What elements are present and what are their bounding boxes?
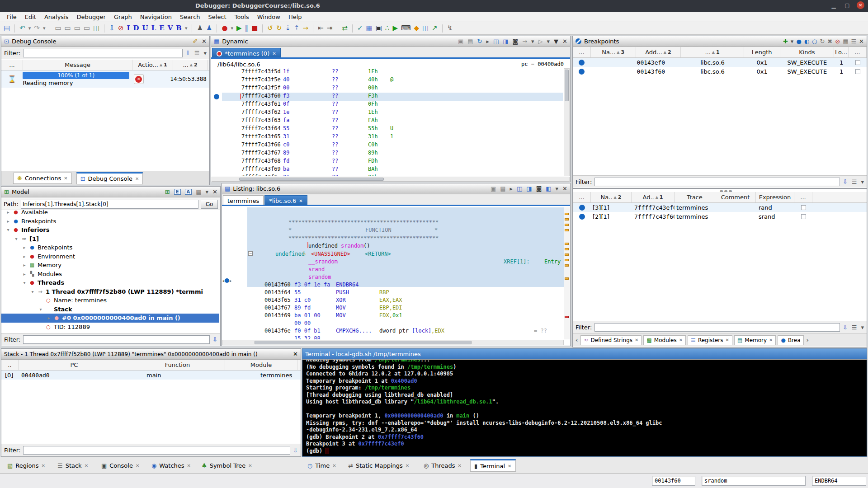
table-display-icon[interactable]: ▦ — [196, 189, 201, 195]
dynamic-hscrollbar[interactable] — [212, 177, 570, 182]
expand-chevron[interactable]: ▾ — [22, 280, 27, 285]
breakpoint-enabled-icon[interactable] — [579, 205, 585, 211]
bookmark-marker[interactable] — [565, 213, 569, 215]
column-header[interactable]: Na..▲2 — [591, 192, 632, 202]
column-header[interactable]: .. — [1, 360, 19, 370]
run-icon[interactable]: ▶ — [392, 25, 398, 32]
column-header[interactable]: Lo... — [834, 47, 849, 57]
breakpoint-row[interactable]: 00143f60libc.so.60x1SW_EXECUTE1 — [573, 67, 867, 76]
import-table-icon[interactable]: ◫ — [493, 38, 499, 44]
bookmark-marker[interactable] — [565, 259, 569, 261]
breakpoint-row[interactable]: 00143ef0libc.so.60x1SW_EXECUTE1 — [573, 58, 867, 67]
close-icon[interactable]: ✕ — [859, 38, 864, 44]
error-marker[interactable] — [565, 316, 569, 318]
marker-l-icon[interactable]: L — [151, 25, 156, 32]
refresh-icon[interactable]: ↻ — [477, 38, 482, 44]
plug-icon[interactable]: ↯ — [447, 25, 453, 32]
step-forward-icon[interactable]: ↻ — [276, 25, 282, 32]
stop-icon[interactable]: ■ — [251, 25, 258, 32]
tree-node[interactable]: ▸▚Modules — [1, 270, 219, 279]
script-icon[interactable]: ∴ — [385, 25, 390, 32]
bookmark-marker[interactable] — [565, 229, 569, 231]
keyboard-icon[interactable]: ⌨ — [401, 25, 411, 32]
marker-i-icon[interactable]: I — [127, 25, 130, 32]
close-tab-icon[interactable]: ✕ — [272, 51, 276, 56]
step-back-icon[interactable]: ↺ — [267, 25, 273, 32]
column-header[interactable]: Trace — [675, 192, 715, 202]
goto-icon[interactable]: → — [522, 38, 527, 44]
book-caret-icon[interactable]: ▾ — [556, 186, 559, 192]
goto-caret-icon[interactable]: ▾ — [531, 38, 534, 44]
collapse-icon[interactable]: ▼ — [554, 38, 558, 44]
tree-node[interactable]: ▸●#0 0x0000000000400ad0 in main () — [1, 314, 219, 323]
expand-chevron[interactable]: ▸ — [22, 263, 27, 267]
bookmark-marker[interactable] — [565, 253, 569, 256]
clear-icon[interactable]: ✖ — [827, 38, 832, 44]
elements-icon[interactable]: E — [174, 189, 181, 195]
undo-dropdown-icon[interactable]: ▾ — [28, 26, 31, 31]
close-tab-icon[interactable]: ✕ — [136, 463, 139, 468]
close-icon[interactable]: ✕ — [562, 38, 567, 44]
tree-node[interactable]: ▾●Threads — [1, 278, 219, 287]
tab-registers[interactable]: ☰Registers✕ — [688, 335, 732, 345]
tree-node[interactable]: ▾⇒1 Thread 0x7ffff7f52b80 (LWP 112889) *… — [1, 287, 219, 296]
column-header[interactable]: Length — [744, 47, 780, 57]
tree-node[interactable]: ○TID: 112889 — [1, 323, 219, 332]
diff-icon[interactable]: ◨ — [503, 38, 508, 44]
enable-all-icon[interactable]: ● — [796, 38, 801, 44]
column-header[interactable]: Na...▲3 — [591, 47, 636, 57]
disable-icon[interactable]: ⊘ — [118, 25, 124, 32]
listing-line[interactable]: __srandomXREF[1]:Entry Po — [222, 258, 564, 266]
menu-help[interactable]: Help — [284, 13, 306, 21]
disable-all-icon[interactable]: ○ — [812, 38, 817, 44]
close-tab-icon[interactable]: ✕ — [332, 463, 336, 468]
step-over-icon[interactable]: → — [303, 25, 309, 32]
close-icon[interactable]: ✕ — [562, 186, 567, 192]
menu-select[interactable]: Select — [204, 13, 231, 21]
tree-display-icon[interactable]: ⊞ — [165, 189, 170, 195]
track-caret-icon[interactable]: ▾ — [547, 38, 550, 44]
hex-listing[interactable]: 7ffff7c43f5d1f??1Fh7ffff7c43f5e40??40h@7… — [211, 68, 570, 176]
expand-chevron[interactable]: ▸ — [6, 210, 10, 215]
menu-navigation[interactable]: Navigation — [136, 13, 176, 21]
listing-marker-margin[interactable] — [564, 207, 570, 339]
close-icon[interactable]: ✕ — [202, 38, 207, 44]
close-tab-icon[interactable]: ✕ — [85, 463, 88, 468]
listing-line[interactable]: ****************************************… — [222, 235, 564, 242]
tab-connections[interactable]: ❋Connections✕ — [13, 173, 72, 184]
tab-terminal[interactable]: ▮Terminal✕ — [470, 459, 516, 472]
tree-node[interactable]: ▸●Available — [1, 208, 219, 217]
filter-save-icon[interactable]: ⇩ — [293, 447, 298, 453]
attributes-icon[interactable]: A — [185, 189, 192, 195]
options-caret-icon[interactable]: ▾ — [206, 189, 209, 195]
filter-caret-icon[interactable]: ▾ — [861, 324, 864, 330]
copy-icon[interactable]: ▣ — [491, 186, 496, 192]
debug-console-filter-input[interactable] — [23, 49, 183, 57]
close-tab-icon[interactable]: ✕ — [679, 338, 683, 343]
tab-regions[interactable]: ▧Regions✕ — [4, 459, 49, 472]
filter-save-icon[interactable]: ⇩ — [185, 50, 190, 56]
import-table-icon[interactable]: ◫ — [517, 186, 522, 192]
expand-chevron[interactable]: ▾ — [38, 307, 43, 312]
paste-icon[interactable]: ▤ — [500, 186, 505, 192]
column-header[interactable]: Function — [130, 360, 225, 370]
filter-save-icon[interactable]: ⇩ — [843, 324, 848, 330]
seek-begin-icon[interactable]: ⇤ — [318, 25, 324, 32]
debug-launch-icon[interactable]: ♟ — [206, 25, 212, 32]
expand-chevron[interactable]: ▾ — [14, 236, 19, 241]
breakpoint-enabled-icon[interactable] — [579, 69, 585, 75]
record-icon[interactable]: ● — [222, 25, 227, 32]
column-header[interactable]: ... — [1, 60, 23, 70]
tab-symbol-tree[interactable]: ♣Symbol Tree✕ — [198, 459, 256, 472]
filter-save-icon[interactable]: ⇩ — [843, 179, 848, 185]
tree-node[interactable]: ▸●Breakpoints — [1, 243, 219, 252]
tab-watches[interactable]: ◉Watches✕ — [148, 459, 194, 472]
disassembly-listing[interactable]: ◂▸ *************************************… — [222, 207, 564, 339]
bookmark-marker[interactable] — [565, 264, 569, 267]
tree-node[interactable]: ▾●Inferiors — [1, 225, 219, 235]
column-header[interactable]: Message — [23, 60, 132, 70]
sleigh-checkbox[interactable] — [855, 60, 860, 65]
listing-line[interactable]: −undefined⚠<UNASSIGNED><RETURN> — [222, 250, 564, 258]
tab-stack[interactable]: ☰Stack✕ — [54, 459, 92, 472]
step-into-icon[interactable]: ⇣ — [285, 25, 291, 32]
